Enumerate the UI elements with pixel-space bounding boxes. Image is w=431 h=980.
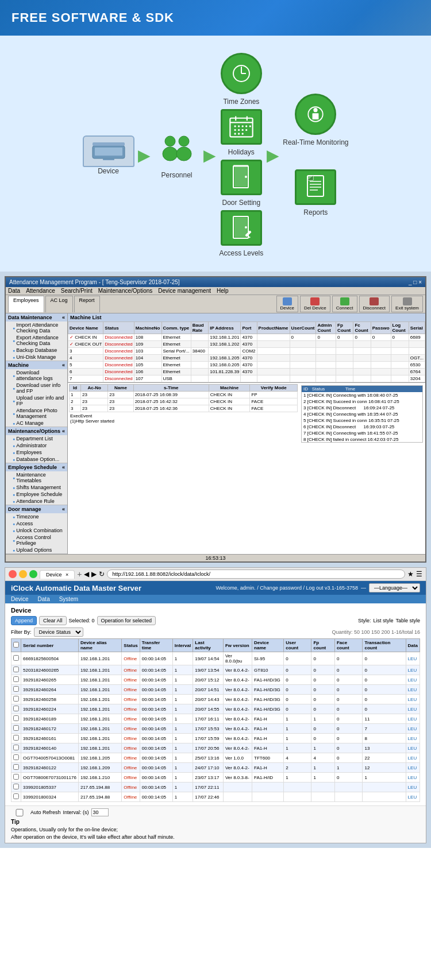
sidebar-admin[interactable]: Administrator: [6, 442, 67, 449]
machine-row[interactable]: ✓ CHECK IN Disconnected 108 Ethernet 192…: [68, 334, 425, 341]
btn-del-device[interactable]: Del Device: [300, 296, 330, 312]
sidebar-timezone[interactable]: Timezone: [6, 513, 67, 520]
sidebar-acl[interactable]: Access Control Privilege: [6, 534, 67, 547]
row-check[interactable]: [11, 773, 21, 783]
device-row[interactable]: 3929182460265 192.168.1.201 Offline 00:0…: [11, 675, 420, 685]
interval-input[interactable]: [91, 808, 109, 816]
sidebar-header-data[interactable]: Data Maintenance«: [6, 313, 67, 321]
device-row[interactable]: 66691825600504 192.168.1.201 Offline 00:…: [11, 652, 420, 665]
machine-row[interactable]: ✓ CHECK OUT Disconnected 109 Ethernet 19…: [68, 341, 425, 348]
row-check[interactable]: [11, 695, 21, 704]
nav-back[interactable]: ◀: [84, 570, 89, 578]
device-row[interactable]: 3929182460258 192.168.1.201 Offline 00:0…: [11, 695, 420, 704]
device-row[interactable]: OGT70800670731001176 192.168.1.210 Offli…: [11, 773, 420, 783]
sidebar-unidisk[interactable]: Uni-Disk Manage: [6, 354, 67, 361]
select-all[interactable]: [13, 642, 19, 648]
nav-device[interactable]: Device: [11, 596, 29, 602]
btn-device[interactable]: Device: [276, 296, 298, 312]
machine-row[interactable]: 6 Disconnected 106 Ethernet 101.81.228.3…: [68, 369, 425, 375]
row-check[interactable]: [11, 704, 21, 714]
tab-close-icon[interactable]: ×: [66, 572, 68, 578]
machine-row[interactable]: 5 Disconnected 105 Ethernet 192.168.0.20…: [68, 362, 425, 369]
device-row[interactable]: 3929182460161 192.168.1.201 Offline 00:0…: [11, 734, 420, 743]
sidebar-header-door[interactable]: Door manage«: [6, 505, 67, 513]
menu-search[interactable]: Search/Print: [61, 288, 93, 294]
menu-data[interactable]: Data: [8, 288, 20, 294]
row-check[interactable]: [11, 783, 21, 792]
sidebar-header-schedule[interactable]: Employee Schedule«: [6, 463, 67, 471]
sidebar-backup[interactable]: Backup Database: [6, 347, 67, 354]
device-row[interactable]: OGT70400570413O0081 192.168.1.205 Offlin…: [11, 753, 420, 763]
sidebar-upload-user[interactable]: Upload user info and FP: [6, 394, 67, 407]
row-check[interactable]: [11, 743, 21, 753]
sidebar-import[interactable]: Import Attendance Checking Data: [6, 321, 67, 334]
row-check[interactable]: [11, 714, 21, 724]
row-check[interactable]: [11, 724, 21, 734]
btn-clear-all[interactable]: Clear All: [39, 616, 67, 625]
sidebar-download-logs[interactable]: Download attendance logs: [6, 369, 67, 382]
min-btn[interactable]: [19, 570, 27, 578]
nav-refresh[interactable]: ↻: [99, 570, 105, 578]
settings-icon[interactable]: ☰: [416, 570, 422, 578]
sidebar-dept[interactable]: Department List: [6, 435, 67, 442]
url-bar[interactable]: http://192.168.1.88:8082/iclock/data/Icl…: [107, 570, 405, 579]
device-row[interactable]: 3929182460264 192.168.1.201 Offline 00:0…: [11, 685, 420, 695]
sidebar-emp-schedule[interactable]: Employee Schedule: [6, 491, 67, 498]
row-check[interactable]: [11, 792, 21, 802]
btn-connect[interactable]: Connect: [332, 296, 357, 312]
menu-maintenance[interactable]: Maintenance/Options: [98, 288, 153, 294]
btn-operation[interactable]: Operation for selected: [97, 616, 156, 625]
device-row[interactable]: 3929182460224 192.168.1.201 Offline 00:0…: [11, 704, 420, 714]
sidebar-shifts[interactable]: Shifts Management: [6, 484, 67, 491]
sidebar-upload-opt[interactable]: Upload Options: [6, 547, 67, 553]
list-style-option[interactable]: List style: [373, 618, 393, 623]
new-tab-btn[interactable]: +: [77, 570, 82, 579]
row-check[interactable]: [11, 675, 21, 685]
btn-exit[interactable]: Exit system: [391, 296, 423, 312]
device-row[interactable]: 3399201805337 217.65.194.88 Offline 00:0…: [11, 783, 420, 792]
menu-help[interactable]: Help: [217, 288, 229, 294]
row-check[interactable]: [11, 685, 21, 695]
nav-fwd[interactable]: ▶: [91, 570, 97, 578]
max-btn[interactable]: [29, 570, 37, 578]
row-check[interactable]: [11, 763, 21, 773]
row-check[interactable]: [11, 734, 21, 743]
sidebar-download-user[interactable]: Download user info and FP: [6, 382, 67, 394]
tab-report[interactable]: Report: [74, 296, 100, 312]
close-btn[interactable]: [9, 570, 17, 578]
table-style-option[interactable]: Table style: [395, 618, 420, 623]
row-check[interactable]: [11, 753, 21, 763]
browser-tab[interactable]: Device ×: [40, 570, 75, 579]
sidebar-export[interactable]: Export Attendance Checking Data: [6, 334, 67, 347]
device-row[interactable]: 3929182460189 192.168.1.201 Offline 00:0…: [11, 714, 420, 724]
device-row[interactable]: 52031824600265 192.168.1.201 Offline 00:…: [11, 665, 420, 675]
language-select[interactable]: —Language—: [369, 583, 420, 592]
menu-device[interactable]: Device management: [158, 288, 211, 294]
sidebar-timetables[interactable]: Maintenance Timetables: [6, 471, 67, 484]
machine-row[interactable]: 4 Disconnected 104 Ethernet 192.168.1.20…: [68, 355, 425, 362]
bookmark-icon[interactable]: ★: [407, 570, 414, 578]
auto-refresh-checkbox[interactable]: [11, 809, 28, 816]
row-check[interactable]: [11, 665, 21, 675]
btn-disconnect[interactable]: Disconnect: [359, 296, 390, 312]
sidebar-employees[interactable]: Employees: [6, 449, 67, 456]
filter-select[interactable]: Device Status: [34, 627, 83, 637]
tab-employees[interactable]: Employees: [8, 296, 44, 312]
machine-row[interactable]: 7 Disconnected 107 USB: [68, 375, 425, 382]
nav-data[interactable]: Data: [38, 596, 50, 602]
sidebar-rule[interactable]: Attendance Rule: [6, 498, 67, 505]
sidebar-header-maintenance[interactable]: Maintenance/Options«: [6, 427, 67, 435]
sidebar-ac[interactable]: AC Manage: [6, 420, 67, 427]
tab-aclog[interactable]: AC Log: [45, 296, 73, 312]
sidebar-header-machine[interactable]: Machine«: [6, 361, 67, 369]
menu-attendance[interactable]: Attendance: [26, 288, 55, 294]
sidebar-photo[interactable]: Attendance Photo Management: [6, 407, 67, 420]
device-row[interactable]: 3929182460172 192.168.1.201 Offline 00:0…: [11, 724, 420, 734]
btn-append[interactable]: Append: [11, 616, 37, 625]
machine-row[interactable]: 3 Disconnected 103 Serial Port/... 38400…: [68, 348, 425, 355]
row-check[interactable]: [11, 652, 21, 665]
sidebar-access[interactable]: Access: [6, 520, 67, 527]
device-row[interactable]: 3929182460122 192.168.1.209 Offline 00:0…: [11, 763, 420, 773]
sidebar-unlock[interactable]: Unlock Combination: [6, 527, 67, 534]
device-row[interactable]: 3929182460140 192.168.1.201 Offline 00:0…: [11, 743, 420, 753]
